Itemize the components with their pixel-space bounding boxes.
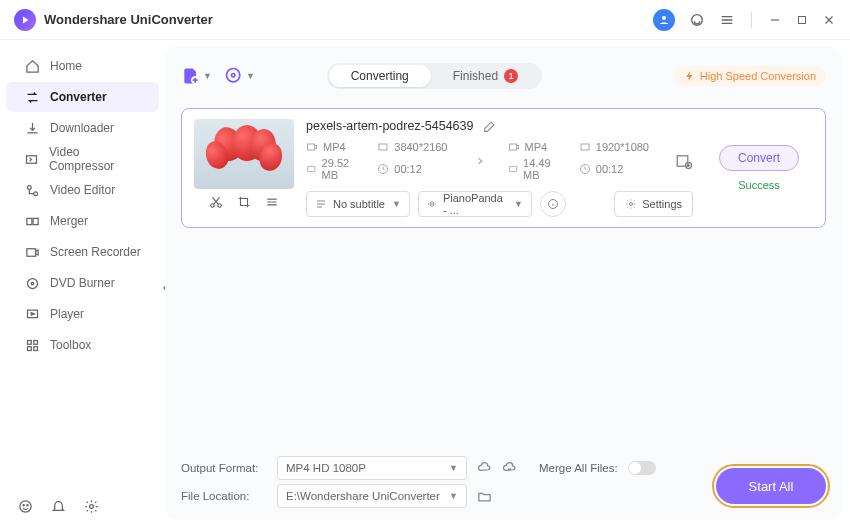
item-settings-button[interactable]: Settings xyxy=(614,191,693,217)
sidebar-item-editor[interactable]: Video Editor xyxy=(6,175,159,205)
start-all-button[interactable]: Start All xyxy=(716,468,826,504)
resolution-icon xyxy=(579,141,591,153)
sidebar-item-toolbox[interactable]: Toolbox xyxy=(6,330,159,360)
maximize-button[interactable] xyxy=(796,14,808,26)
svg-point-16 xyxy=(20,501,31,512)
folder-icon[interactable] xyxy=(477,489,492,504)
more-icon[interactable] xyxy=(265,195,279,209)
subtitle-dropdown[interactable]: No subtitle▼ xyxy=(306,191,410,217)
gear-icon xyxy=(625,198,637,210)
tab-converting[interactable]: Converting xyxy=(329,65,431,87)
sidebar-item-label: Toolbox xyxy=(50,338,91,352)
converter-icon xyxy=(24,90,40,105)
output-format-label: Output Format: xyxy=(181,462,267,474)
minimize-button[interactable] xyxy=(768,13,782,27)
size-icon xyxy=(306,163,317,175)
merge-label: Merge All Files: xyxy=(539,462,618,474)
sidebar-item-recorder[interactable]: Screen Recorder xyxy=(6,237,159,267)
sidebar-item-label: Merger xyxy=(50,214,88,228)
sidebar-item-label: Downloader xyxy=(50,121,114,135)
notification-icon[interactable] xyxy=(51,499,66,514)
trim-icon[interactable] xyxy=(209,195,223,209)
clock-icon xyxy=(579,163,591,175)
svg-rect-6 xyxy=(26,218,31,224)
file-name: pexels-artem-podrez-5454639 xyxy=(306,119,473,133)
menu-icon[interactable] xyxy=(719,12,735,28)
chevron-down-icon: ▼ xyxy=(246,71,255,81)
svg-rect-12 xyxy=(27,340,31,344)
add-dvd-button[interactable]: ▼ xyxy=(224,66,255,86)
rename-icon[interactable] xyxy=(483,120,496,133)
app-logo xyxy=(14,9,36,31)
svg-rect-2 xyxy=(799,16,806,23)
cloud-sync-icon[interactable] xyxy=(502,461,517,476)
lightning-icon xyxy=(684,70,696,82)
src-size: 29.52 MB xyxy=(322,157,364,181)
svg-rect-7 xyxy=(33,218,38,224)
src-resolution: 3840*2160 xyxy=(394,141,447,153)
sidebar-item-converter[interactable]: Converter xyxy=(6,82,159,112)
compressor-icon xyxy=(24,152,39,167)
svg-point-34 xyxy=(630,203,633,206)
video-thumbnail[interactable] xyxy=(194,119,294,189)
audio-dropdown[interactable]: PianoPanda - ...▼ xyxy=(418,191,532,217)
sidebar-item-downloader[interactable]: Downloader xyxy=(6,113,159,143)
svg-rect-14 xyxy=(27,346,31,350)
dvd-icon xyxy=(24,276,40,291)
svg-point-21 xyxy=(226,69,239,82)
svg-point-10 xyxy=(31,282,34,285)
sidebar-item-merger[interactable]: Merger xyxy=(6,206,159,236)
video-icon xyxy=(306,141,318,153)
sidebar-item-label: Video Compressor xyxy=(49,145,141,173)
main-panel: ▼ ▼ Converting Finished 1 High Speed Con… xyxy=(165,46,842,520)
svg-rect-26 xyxy=(379,144,387,150)
sidebar-item-label: Player xyxy=(50,307,84,321)
sidebar-item-label: Video Editor xyxy=(50,183,115,197)
sidebar-item-compressor[interactable]: Video Compressor xyxy=(6,144,159,174)
editor-icon xyxy=(24,183,40,198)
feedback-icon[interactable] xyxy=(18,499,33,514)
user-avatar[interactable] xyxy=(653,9,675,31)
video-icon xyxy=(508,141,520,153)
chevron-down-icon: ▼ xyxy=(203,71,212,81)
support-icon[interactable] xyxy=(689,12,705,28)
settings-icon[interactable] xyxy=(84,499,99,514)
output-format-dropdown[interactable]: MP4 HD 1080P▼ xyxy=(277,456,467,480)
svg-point-18 xyxy=(27,505,28,506)
close-button[interactable] xyxy=(822,13,836,27)
dst-duration: 00:12 xyxy=(596,163,624,175)
svg-rect-29 xyxy=(581,144,589,150)
sidebar-item-dvd[interactable]: DVD Burner xyxy=(6,268,159,298)
resolution-icon xyxy=(377,141,389,153)
player-icon xyxy=(24,307,40,322)
status-tabs: Converting Finished 1 xyxy=(327,63,542,89)
tab-finished[interactable]: Finished 1 xyxy=(431,65,540,87)
high-speed-toggle[interactable]: High Speed Conversion xyxy=(674,66,826,86)
dst-resolution: 1920*1080 xyxy=(596,141,649,153)
file-location-dropdown[interactable]: E:\Wondershare UniConverter▼ xyxy=(277,484,467,508)
crop-icon[interactable] xyxy=(237,195,251,209)
output-settings-icon[interactable] xyxy=(675,152,693,170)
convert-button[interactable]: Convert xyxy=(719,145,799,171)
svg-rect-25 xyxy=(308,144,315,150)
merger-icon xyxy=(24,214,40,229)
src-format: MP4 xyxy=(323,141,346,153)
sidebar-item-home[interactable]: Home xyxy=(6,51,159,81)
sidebar-item-label: Home xyxy=(50,59,82,73)
src-duration: 00:12 xyxy=(394,163,422,175)
cloud-icon[interactable] xyxy=(477,461,492,476)
merge-toggle[interactable] xyxy=(628,461,656,475)
footer: Output Format: MP4 HD 1080P▼ Merge All F… xyxy=(181,454,826,510)
svg-rect-13 xyxy=(33,340,37,344)
toolbox-icon xyxy=(24,338,40,353)
svg-point-19 xyxy=(90,505,94,509)
subtitle-icon xyxy=(315,198,327,210)
sidebar-item-label: Converter xyxy=(50,90,107,104)
svg-point-5 xyxy=(33,191,37,195)
sidebar-item-player[interactable]: Player xyxy=(6,299,159,329)
sidebar-item-label: DVD Burner xyxy=(50,276,115,290)
svg-rect-8 xyxy=(26,248,35,256)
titlebar: Wondershare UniConverter xyxy=(0,0,850,40)
info-icon[interactable] xyxy=(540,191,566,217)
add-file-button[interactable]: ▼ xyxy=(181,66,212,86)
